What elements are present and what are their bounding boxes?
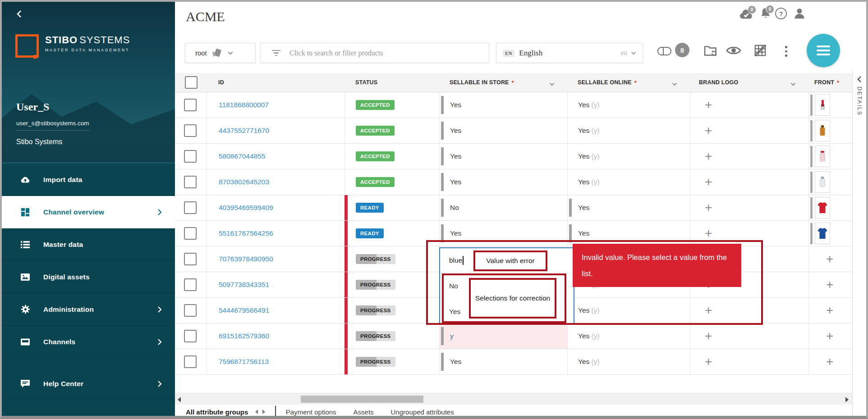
approvals-button[interactable]: 0 [739,8,754,22]
cell-sellable-online[interactable]: Yes (y) [567,144,690,169]
column-header-front[interactable]: FRONT* [808,73,852,92]
cell-sellable-online[interactable]: Yes (y) [567,169,690,195]
cell-brand-logo[interactable]: + [690,144,808,169]
add-brand-logo-button[interactable]: + [705,178,712,187]
row-checkbox[interactable] [184,278,197,291]
chevron-down-icon[interactable] [790,82,796,86]
cell-brand-logo[interactable]: + [690,118,808,143]
cell-brand-logo[interactable]: + [690,195,808,220]
tab-assets[interactable]: Assets [354,408,374,416]
cell-sellable-in-store[interactable]: Yes [439,169,567,195]
cell-front-image[interactable] [808,144,852,169]
tab-payment-options[interactable]: Payment options [286,408,336,416]
add-brand-logo-button[interactable]: + [705,357,712,366]
sidebar-item-digital-assets[interactable]: Digital assets [0,261,175,293]
sidebar-item-import-data[interactable]: Import data [0,164,175,196]
product-id-link[interactable]: 7596871756113 [219,358,269,366]
language-selector[interactable]: EN English en [496,43,643,63]
column-header-sellable-in-store[interactable]: SELLABLE IN STORE* [439,73,567,92]
cell-sellable-in-store[interactable]: Yes [439,118,567,143]
select-all-checkbox[interactable] [185,76,197,89]
cell-brand-logo[interactable]: + [690,298,808,323]
toggle-view-icon[interactable] [657,47,671,55]
sidebar-item-master-data[interactable]: Master data [0,228,175,261]
product-id-link[interactable]: 6915162579360 [219,332,269,340]
row-checkbox[interactable] [184,227,197,240]
column-header-sellable-online[interactable]: SELLABLE ONLINE* [567,73,690,92]
add-brand-logo-button[interactable]: + [705,306,712,315]
product-id-link[interactable]: 5097738343351 [219,281,269,289]
row-checkbox[interactable] [184,201,197,214]
add-brand-logo-button[interactable]: + [705,229,712,238]
row-checkbox[interactable] [184,304,197,317]
row-checkbox[interactable] [184,124,197,137]
row-checkbox[interactable] [184,150,197,163]
add-brand-logo-button[interactable]: + [705,126,712,135]
cell-front-image[interactable] [808,169,852,195]
tabs-next-arrow[interactable] [262,410,265,414]
sidebar-item-help-center[interactable]: Help Center [0,368,175,400]
add-front-image-button[interactable]: + [826,332,833,341]
product-id-link[interactable]: 5444679566491 [219,306,269,314]
scroll-left-arrow[interactable] [178,397,181,402]
help-button[interactable]: ? [775,8,787,19]
cell-sellable-in-store[interactable]: No [439,195,567,220]
cell-front-image[interactable]: + [808,298,852,323]
product-id-link[interactable]: 4437552771670 [219,127,269,135]
cell-front-image[interactable]: + [808,323,852,349]
cell-sellable-online[interactable]: Yes [567,221,690,246]
product-id-link[interactable]: 40395469599409 [219,204,273,212]
sidebar-item-channel-overview[interactable]: Channel overview [0,196,175,228]
cell-brand-logo[interactable]: + [690,221,808,246]
add-front-image-button[interactable]: + [826,255,833,264]
tab-ungrouped-attributes[interactable]: Ungrouped attributes [391,408,454,416]
search-input[interactable]: Click to search or filter products [260,43,489,63]
row-checkbox[interactable] [184,176,197,188]
product-front-thumbnail[interactable] [815,171,830,193]
product-id-link[interactable]: 1181868800007 [219,101,269,109]
product-front-thumbnail[interactable] [815,197,830,219]
cell-front-image[interactable] [808,221,852,246]
tab-all-attribute-groups[interactable]: All attribute groups [186,408,248,416]
column-header-status[interactable]: STATUS* [344,73,439,92]
row-checkbox[interactable] [184,355,197,368]
product-front-thumbnail[interactable] [815,120,830,141]
collapse-sidebar-button[interactable] [14,9,26,21]
chevron-down-icon[interactable] [672,82,677,86]
cell-brand-logo[interactable]: + [690,323,808,349]
cell-sellable-online[interactable]: Yes (y) [567,298,690,323]
notifications-button[interactable]: 0 [759,7,772,22]
chevron-left-icon[interactable] [857,76,862,83]
add-front-image-button[interactable]: + [826,357,833,366]
grid-view-disabled-button[interactable] [753,44,767,59]
cell-sellable-in-store[interactable]: Yes [439,349,567,374]
cell-sellable-online[interactable]: Yes (y) [567,92,690,118]
add-brand-logo-button[interactable]: + [705,332,712,341]
cell-sellable-online[interactable]: Yes (y) [567,323,690,349]
column-header-id[interactable]: ID* [206,73,344,92]
cell-brand-logo[interactable]: + [690,169,808,195]
horizontal-scrollbar[interactable] [175,393,852,405]
cell-front-image[interactable] [808,118,852,143]
tabs-prev-arrow[interactable] [255,410,258,414]
product-front-thumbnail[interactable] [815,223,830,244]
preview-eye-button[interactable] [726,45,741,58]
add-front-image-button[interactable]: + [826,280,833,289]
add-brand-logo-button[interactable]: + [705,203,712,212]
cell-sellable-in-store[interactable]: y [439,323,567,349]
cell-front-image[interactable]: + [808,349,852,374]
main-menu-fab[interactable] [807,34,840,67]
add-brand-logo-button[interactable]: + [705,152,712,161]
cell-sellable-in-store[interactable]: Yes [439,221,567,246]
folder-sync-button[interactable] [703,44,718,59]
add-brand-logo-button[interactable]: + [705,100,712,109]
sidebar-item-administration[interactable]: Administration [0,293,175,326]
cell-front-image[interactable]: + [808,272,852,297]
product-id-link[interactable]: 55161767564256 [219,229,273,237]
product-front-thumbnail[interactable] [815,94,830,116]
cell-front-image[interactable] [808,92,852,118]
row-checkbox[interactable] [184,253,197,265]
product-id-link[interactable]: 580867044855 [219,152,265,160]
product-id-link[interactable]: 70763978490950 [219,255,273,263]
cell-sellable-online[interactable]: Yes (y) [567,349,690,374]
